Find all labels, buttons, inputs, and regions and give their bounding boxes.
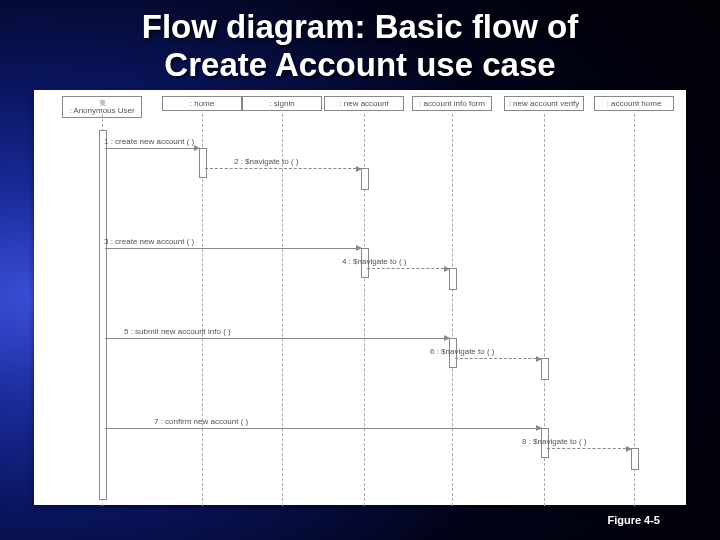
message-label: 4 : $navigate to ( )	[342, 257, 406, 266]
lifeline-home: : home	[162, 96, 242, 111]
lifeline-actor: 옷: Anonymous User	[62, 96, 142, 118]
message-arrow	[455, 358, 541, 359]
activation-bar	[199, 148, 207, 178]
lifeline-form: : account info form	[412, 96, 492, 111]
lifeline-label: : home	[190, 99, 214, 108]
lifeline-acchome: : account home	[594, 96, 674, 111]
lifeline-label: : signin	[269, 99, 294, 108]
message-arrow	[105, 428, 541, 429]
actor-icon: 옷	[66, 99, 138, 106]
message-label: 7 : confirm new account ( )	[154, 417, 248, 426]
lifeline-line	[452, 114, 453, 506]
message-label: 5 : submit new account info ( )	[124, 327, 231, 336]
message-label: 2 : $navigate to ( )	[234, 157, 298, 166]
lifeline-label: : new account	[339, 99, 388, 108]
message-arrow	[105, 338, 449, 339]
message-arrow	[205, 168, 361, 169]
message-label: 8 : $navigate to ( )	[522, 437, 586, 446]
message-arrow	[105, 148, 199, 149]
page-title: Flow diagram: Basic flow of Create Accou…	[0, 0, 720, 86]
lifeline-line	[282, 114, 283, 506]
activation-bar	[361, 168, 369, 190]
lifeline-label: : new account verify	[509, 99, 580, 108]
lifeline-head: : account home	[594, 96, 674, 111]
figure-number: Figure 4-5	[607, 514, 660, 526]
message-arrow	[105, 248, 361, 249]
message-arrow	[547, 448, 631, 449]
title-line-2: Create Account use case	[10, 46, 710, 84]
lifeline-head: : account info form	[412, 96, 492, 111]
lifeline-head: : new account verify	[504, 96, 584, 111]
lifeline-head: : home	[162, 96, 242, 111]
activation-bar	[449, 268, 457, 290]
activation-bar	[541, 358, 549, 380]
lifeline-newacct: : new account	[324, 96, 404, 111]
lifeline-verify: : new account verify	[504, 96, 584, 111]
message-label: 1 : create new account ( )	[104, 137, 194, 146]
lifeline-label: : account home	[607, 99, 662, 108]
lifeline-head: : new account	[324, 96, 404, 111]
title-line-1: Flow diagram: Basic flow of	[10, 8, 710, 46]
message-label: 6 : $navigate to ( )	[430, 347, 494, 356]
activation-bar	[99, 130, 107, 500]
message-label: 3 : create new account ( )	[104, 237, 194, 246]
activation-bar	[631, 448, 639, 470]
message-arrow	[367, 268, 449, 269]
lifeline-head: : signin	[242, 96, 322, 111]
lifeline-signin: : signin	[242, 96, 322, 111]
sequence-diagram: 옷: Anonymous User: home: signin: new acc…	[34, 90, 686, 505]
lifeline-label: : account info form	[419, 99, 485, 108]
